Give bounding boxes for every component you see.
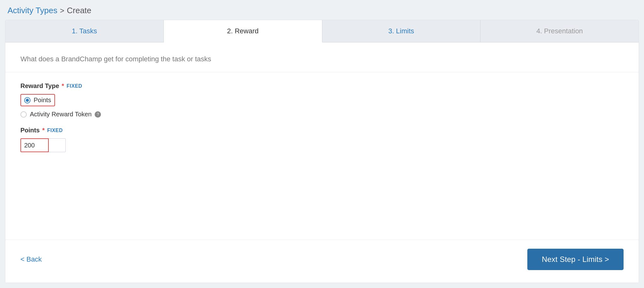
reward-type-label: Reward Type * FIXED [20,82,624,90]
points-field: Points * FIXED [20,127,624,152]
tab-presentation[interactable]: 4. Presentation [480,20,639,42]
next-step-button[interactable]: Next Step - Limits > [527,249,624,270]
radio-points-circle [24,97,31,103]
required-star: * [62,82,64,90]
points-required-star: * [42,127,45,134]
help-icon[interactable]: ? [95,111,101,118]
back-link[interactable]: < Back [20,255,42,263]
breadcrumb-link[interactable]: Activity Types [8,6,57,15]
points-fixed-badge: FIXED [47,128,63,133]
radio-option-token[interactable]: Activity Reward Token ? [20,111,624,118]
fixed-badge: FIXED [67,83,82,89]
points-label: Points * FIXED [20,127,624,134]
breadcrumb: Activity Types > Create [0,0,644,20]
radio-points-label: Points [34,97,51,104]
points-input[interactable] [20,138,49,152]
radio-token-circle [20,111,27,118]
points-input-extra [49,138,66,152]
tab-reward[interactable]: 2. Reward [164,20,322,42]
reward-type-field: Reward Type * FIXED Points A [20,82,624,118]
content-area: What does a BrandChamp get for completin… [5,42,639,283]
radio-token-label: Activity Reward Token [30,111,92,118]
breadcrumb-separator: > [60,6,64,15]
tab-tasks[interactable]: 1. Tasks [5,20,164,42]
breadcrumb-current: Create [67,6,91,15]
main-container: 1. Tasks 2. Reward 3. Limits 4. Presenta… [5,20,639,283]
radio-option-points[interactable]: Points [20,94,624,106]
points-input-row [20,138,624,152]
tab-limits[interactable]: 3. Limits [322,20,481,42]
tabs-bar: 1. Tasks 2. Reward 3. Limits 4. Presenta… [5,20,639,42]
content-description: What does a BrandChamp get for completin… [20,55,624,63]
bottom-actions: < Back Next Step - Limits > [20,240,624,270]
form-section: Reward Type * FIXED Points A [20,72,624,152]
radio-highlighted[interactable]: Points [20,94,55,106]
